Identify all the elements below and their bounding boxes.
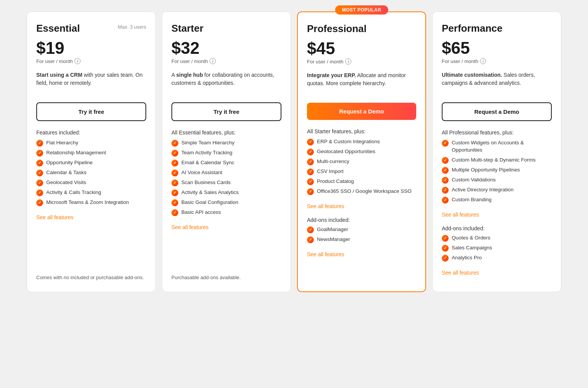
check-icon: [171, 189, 178, 196]
plan-description-starter: A single hub for collaborating on accoun…: [171, 71, 281, 94]
info-icon-essential[interactable]: i: [74, 58, 81, 64]
check-icon: [36, 140, 43, 147]
plan-price-starter: $32: [171, 40, 281, 57]
feature-item: Custom Validations: [442, 176, 552, 184]
plan-card-essential: EssentialMax. 3 users$19 For user / mont…: [27, 11, 156, 292]
plan-max-users: Max. 3 users: [118, 24, 146, 30]
addons-label-performance: Add-ons included:: [442, 225, 552, 231]
see-all-link-professional[interactable]: See all features: [307, 203, 416, 209]
feature-item: Multiple Opportunity Pipelines: [442, 167, 552, 174]
feature-item: Active Directory Integration: [442, 186, 552, 194]
check-icon: [307, 188, 314, 195]
addon-item: NewsManager: [307, 236, 416, 243]
cta-button-performance[interactable]: Request a Demo: [442, 102, 552, 121]
addon-item: Analytics Pro: [442, 254, 552, 262]
addon-item: Quotes & Orders: [442, 234, 552, 242]
check-icon: [171, 150, 178, 157]
plan-description-essential: Start using a CRM with your sales team. …: [36, 71, 146, 94]
check-icon: [36, 179, 43, 186]
see-all-link-essential[interactable]: See all features: [36, 214, 146, 220]
check-icon: [307, 178, 314, 185]
feature-item: Relationship Management: [36, 149, 146, 157]
check-icon: [36, 170, 43, 176]
check-icon: [442, 235, 449, 242]
feature-item: Calendar & Tasks: [36, 169, 146, 176]
check-icon: [171, 209, 178, 216]
addon-item: GoalManager: [307, 226, 416, 233]
cta-button-essential[interactable]: Try it free: [36, 102, 146, 121]
plan-price-sub-essential: For user / month i: [36, 58, 146, 64]
info-icon-starter[interactable]: i: [210, 58, 216, 64]
feature-item: Scan Business Cards: [171, 179, 281, 186]
check-icon: [307, 139, 314, 146]
plan-description-professional: Integrate your ERP. Allocate and monitor…: [307, 71, 416, 94]
info-icon-performance[interactable]: i: [480, 58, 486, 64]
feature-item: Basic API access: [171, 209, 281, 216]
features-label-performance: All Professional features, plus:: [442, 129, 552, 136]
feature-item: Email & Calendar Sync: [171, 159, 281, 167]
check-icon: [307, 158, 314, 165]
check-icon: [36, 189, 43, 196]
see-all-addons-link-professional[interactable]: See all features: [307, 251, 416, 257]
feature-item: Office365 SSO / Google Workspace SSO: [307, 188, 416, 195]
check-icon: [307, 236, 314, 243]
plan-price-sub-professional: For user / month i: [307, 58, 416, 65]
check-icon: [442, 187, 449, 194]
feature-item: Flat Hierarchy: [36, 139, 146, 147]
popular-badge: MOST POPULAR: [335, 5, 388, 15]
check-icon: [36, 150, 43, 157]
check-icon: [442, 255, 449, 262]
feature-item: Custom Widgets on Accounts & Opportuniti…: [442, 139, 552, 154]
check-icon: [171, 179, 178, 186]
see-all-addons-link-performance[interactable]: See all features: [442, 270, 552, 276]
plan-price-sub-starter: For user / month i: [171, 58, 281, 64]
plan-price-sub-performance: For user / month i: [442, 58, 552, 64]
check-icon: [307, 168, 314, 175]
check-icon: [171, 140, 178, 147]
plan-name-professional: Professional: [307, 23, 416, 35]
check-icon: [442, 177, 449, 184]
see-all-link-starter[interactable]: See all features: [171, 224, 281, 230]
feature-list-performance: Custom Widgets on Accounts & Opportuniti…: [442, 139, 552, 206]
plan-price-professional: $45: [307, 40, 416, 57]
feature-item: Geolocated Opportunities: [307, 148, 416, 155]
feature-list-starter: Simple Team Hierarchy Team Activity Trac…: [171, 139, 281, 219]
feature-item: Product Catalog: [307, 178, 416, 185]
feature-item: Activity & Sales Analytics: [171, 189, 281, 196]
feature-item: Custom Multi-step & Dynamic Forms: [442, 157, 552, 164]
features-label-professional: All Starter features, plus:: [307, 128, 416, 134]
check-icon: [171, 199, 178, 206]
plan-card-professional: MOST POPULARProfessional$45 For user / m…: [297, 11, 426, 292]
plan-footer-starter: Purchasable add-ons available.: [171, 268, 281, 281]
feature-list-essential: Flat Hierarchy Relationship Management O…: [36, 139, 146, 209]
feature-item: Opportunity Pipeline: [36, 159, 146, 167]
check-icon: [36, 199, 43, 206]
check-icon: [307, 149, 314, 155]
feature-item: ERP & Custom Integrations: [307, 138, 416, 146]
plan-card-starter: Starter$32 For user / month i A single h…: [162, 11, 291, 292]
info-icon-professional[interactable]: i: [345, 58, 351, 65]
addons-list-professional: GoalManager NewsManager: [307, 226, 416, 246]
addons-label-professional: Add-ons included:: [307, 217, 416, 223]
addons-list-performance: Quotes & Orders Sales Campaigns Analytic…: [442, 234, 552, 264]
cta-button-professional[interactable]: Request a Demo: [307, 103, 416, 120]
check-icon: [171, 160, 178, 167]
check-icon: [442, 245, 449, 252]
see-all-link-performance[interactable]: See all features: [442, 212, 552, 218]
plan-price-essential: $19: [36, 40, 146, 57]
check-icon: [442, 157, 449, 164]
plan-description-performance: Ultimate customisation. Sales orders, ca…: [442, 71, 552, 94]
check-icon: [307, 226, 314, 233]
feature-item: Geolocated Visits: [36, 179, 146, 186]
features-label-essential: Features included:: [36, 129, 146, 136]
feature-item: CSV Import: [307, 168, 416, 175]
feature-list-professional: ERP & Custom Integrations Geolocated Opp…: [307, 138, 416, 198]
plan-footer-essential: Comes with no included or purchasable ad…: [36, 268, 146, 281]
check-icon: [442, 197, 449, 204]
feature-item: Custom Branding: [442, 196, 552, 204]
feature-item: Multi-currency: [307, 158, 416, 165]
cta-button-starter[interactable]: Try it free: [171, 102, 281, 121]
addon-item: Sales Campaigns: [442, 244, 552, 252]
feature-item: Simple Team Hierarchy: [171, 139, 281, 147]
feature-item: Team Activity Tracking: [171, 149, 281, 157]
